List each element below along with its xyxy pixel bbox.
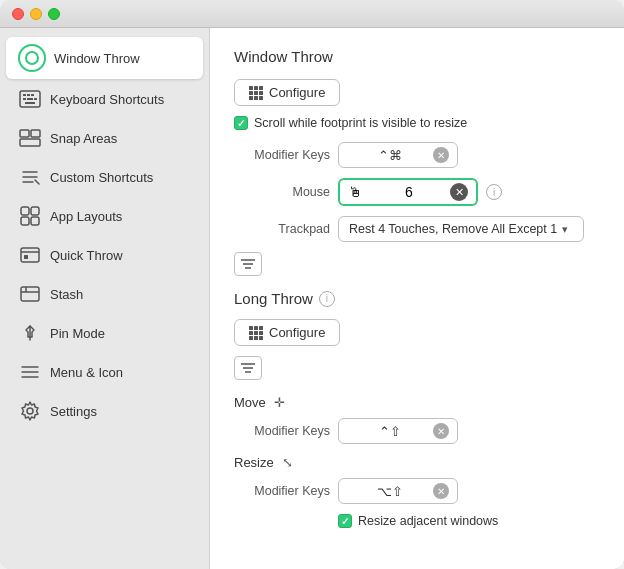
sidebar-item-menu-icon[interactable]: Menu & Icon (6, 353, 203, 391)
resize-adjacent-checkbox[interactable] (338, 514, 352, 528)
sidebar-label-custom-shortcuts: Custom Shortcuts (50, 170, 153, 185)
window-throw-title: Window Throw (234, 48, 600, 65)
resize-icon: ⤡ (280, 454, 296, 470)
settings-icon (18, 399, 42, 423)
long-throw-title: Long Throw (234, 290, 313, 307)
svg-rect-8 (20, 130, 29, 137)
sidebar-item-keyboard-shortcuts[interactable]: Keyboard Shortcuts (6, 80, 203, 118)
sidebar-item-quick-throw[interactable]: Quick Throw (6, 236, 203, 274)
sidebar-label-app-layouts: App Layouts (50, 209, 122, 224)
maximize-button[interactable] (48, 8, 60, 20)
move-label: Move (234, 395, 266, 410)
window-throw-filter-button[interactable] (234, 252, 262, 276)
sidebar-item-settings[interactable]: Settings (6, 392, 203, 430)
trackpad-row: Trackpad Rest 4 Touches, Remove All Exce… (234, 216, 600, 242)
sidebar-item-custom-shortcuts[interactable]: Custom Shortcuts (6, 158, 203, 196)
content-area: Window Throw Keyboard Shor (0, 28, 624, 569)
long-throw-configure-button[interactable]: Configure (234, 319, 340, 346)
scroll-checkbox-row: Scroll while footprint is visible to res… (234, 116, 600, 130)
svg-rect-2 (27, 94, 30, 96)
move-modifier-field[interactable]: ⌃⇧ ✕ (338, 418, 458, 444)
sidebar-item-window-throw[interactable]: Window Throw (6, 37, 203, 79)
svg-rect-14 (21, 207, 29, 215)
titlebar (0, 0, 624, 28)
main-window: Window Throw Keyboard Shor (0, 0, 624, 569)
main-panel: Window Throw Configure Scroll while foot… (210, 28, 624, 569)
move-icon: ✛ (272, 394, 288, 410)
scroll-checkbox-label: Scroll while footprint is visible to res… (254, 116, 467, 130)
mouse-label: Mouse (234, 185, 330, 199)
sidebar: Window Throw Keyboard Shor (0, 28, 210, 569)
long-throw-filter-button[interactable] (234, 356, 262, 380)
svg-rect-21 (21, 287, 39, 301)
mouse-icon: 🖱 (348, 184, 362, 200)
trackpad-select[interactable]: Rest 4 Touches, Remove All Except 1 ▾ (338, 216, 584, 242)
move-section-header: Move ✛ (234, 394, 600, 410)
sidebar-item-stash[interactable]: Stash (6, 275, 203, 313)
svg-rect-6 (34, 98, 37, 100)
close-button[interactable] (12, 8, 24, 20)
mouse-field[interactable]: 🖱 6 ✕ (338, 178, 478, 206)
sidebar-item-snap-areas[interactable]: Snap Areas (6, 119, 203, 157)
sidebar-label-quick-throw: Quick Throw (50, 248, 123, 263)
trackpad-label: Trackpad (234, 222, 330, 236)
svg-rect-9 (31, 130, 40, 137)
sidebar-label-pin-mode: Pin Mode (50, 326, 105, 341)
trackpad-value: Rest 4 Touches, Remove All Except 1 (349, 222, 557, 236)
svg-rect-7 (25, 102, 35, 104)
svg-rect-10 (20, 139, 40, 146)
resize-modifier-field[interactable]: ⌥⇧ ✕ (338, 478, 458, 504)
custom-shortcuts-icon (18, 165, 42, 189)
configure-grid-icon (249, 86, 263, 100)
svg-rect-5 (27, 98, 33, 100)
svg-point-28 (27, 408, 33, 414)
sidebar-label-menu-icon: Menu & Icon (50, 365, 123, 380)
sidebar-label-keyboard-shortcuts: Keyboard Shortcuts (50, 92, 164, 107)
svg-rect-15 (31, 207, 39, 215)
filter-icon (241, 258, 255, 270)
mouse-row: Mouse 🖱 6 ✕ i (234, 178, 600, 206)
sidebar-item-app-layouts[interactable]: App Layouts (6, 197, 203, 235)
minimize-button[interactable] (30, 8, 42, 20)
resize-section-header: Resize ⤡ (234, 454, 600, 470)
mouse-clear-button[interactable]: ✕ (450, 183, 468, 201)
snap-icon (18, 126, 42, 150)
resize-adjacent-row: Resize adjacent windows (338, 514, 600, 528)
sidebar-label-window-throw: Window Throw (54, 51, 140, 66)
svg-rect-18 (21, 248, 39, 262)
window-throw-configure-button[interactable]: Configure (234, 79, 340, 106)
modifier-keys-clear-button[interactable]: ✕ (433, 147, 449, 163)
move-modifier-value: ⌃⇧ (347, 424, 433, 439)
keyboard-icon (18, 87, 42, 111)
long-throw-header: Long Throw i (234, 290, 600, 307)
trackpad-chevron-icon: ▾ (557, 221, 573, 237)
sidebar-label-stash: Stash (50, 287, 83, 302)
svg-rect-16 (21, 217, 29, 225)
mouse-info-icon[interactable]: i (486, 184, 502, 200)
long-throw-info-icon[interactable]: i (319, 291, 335, 307)
modifier-keys-field[interactable]: ⌃⌘ ✕ (338, 142, 458, 168)
move-modifier-clear-button[interactable]: ✕ (433, 423, 449, 439)
move-modifier-label: Modifier Keys (234, 424, 330, 438)
configure-btn-label: Configure (269, 85, 325, 100)
sidebar-item-pin-mode[interactable]: Pin Mode (6, 314, 203, 352)
traffic-lights (12, 8, 60, 20)
long-throw-filter-icon (241, 362, 255, 374)
long-throw-grid-icon (249, 326, 263, 340)
scroll-checkbox[interactable] (234, 116, 248, 130)
resize-modifier-label: Modifier Keys (234, 484, 330, 498)
svg-rect-1 (23, 94, 26, 96)
menu-and-icon-icon (18, 360, 42, 384)
svg-rect-20 (24, 255, 28, 259)
move-modifier-keys-row: Modifier Keys ⌃⇧ ✕ (234, 418, 600, 444)
quick-throw-icon (18, 243, 42, 267)
resize-label: Resize (234, 455, 274, 470)
sidebar-label-snap-areas: Snap Areas (50, 131, 117, 146)
resize-adjacent-label: Resize adjacent windows (358, 514, 498, 528)
modifier-keys-label: Modifier Keys (234, 148, 330, 162)
resize-modifier-clear-button[interactable]: ✕ (433, 483, 449, 499)
modifier-keys-row: Modifier Keys ⌃⌘ ✕ (234, 142, 600, 168)
resize-modifier-keys-row: Modifier Keys ⌥⇧ ✕ (234, 478, 600, 504)
long-throw-configure-label: Configure (269, 325, 325, 340)
svg-rect-17 (31, 217, 39, 225)
